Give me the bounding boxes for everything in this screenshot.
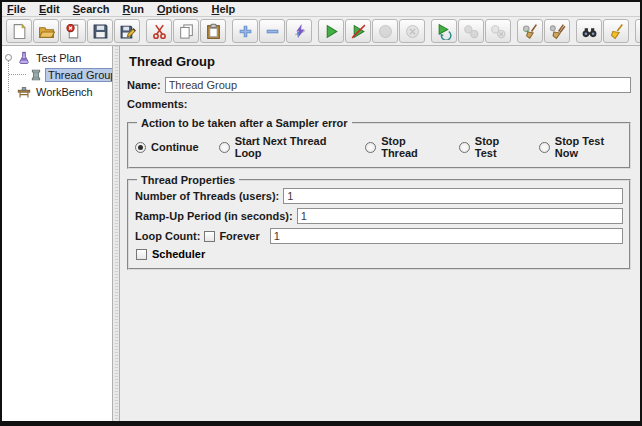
- remote-start-all-button[interactable]: [431, 19, 457, 43]
- minus-button[interactable]: [259, 19, 285, 43]
- start-no-pauses-button[interactable]: [345, 19, 371, 43]
- start-button[interactable]: [318, 19, 344, 43]
- close-button[interactable]: [60, 19, 86, 43]
- toolbar-group: [431, 19, 511, 43]
- radio-circle: [459, 142, 470, 153]
- scheduler-checkbox[interactable]: [136, 249, 147, 260]
- clear-all-button[interactable]: [544, 19, 570, 43]
- radio-continue[interactable]: Continue: [135, 135, 199, 159]
- thread-properties-group: Thread Properties Number of Threads (use…: [127, 174, 631, 270]
- search-reset-icon: [608, 23, 625, 40]
- shutdown-button: [399, 19, 425, 43]
- search-icon: [581, 23, 598, 40]
- thread-group-icon: [29, 68, 43, 82]
- toolbar-group: [6, 19, 140, 43]
- toolbar-group: [232, 19, 312, 43]
- paste-button[interactable]: [200, 19, 226, 43]
- start-icon: [323, 23, 340, 40]
- loop-count-input[interactable]: [270, 228, 623, 244]
- menubar: FileEditSearchRunOptionsHelp: [2, 2, 640, 17]
- toolbar-group: [146, 19, 226, 43]
- new-button[interactable]: [6, 19, 32, 43]
- cut-button[interactable]: [146, 19, 172, 43]
- search-button[interactable]: [576, 19, 602, 43]
- minus-icon: [264, 23, 281, 40]
- radio-stop-test[interactable]: Stop Test: [459, 135, 519, 159]
- menu-search[interactable]: Search: [73, 3, 110, 15]
- remote-start-all-icon: [436, 23, 453, 40]
- radio-circle: [539, 142, 550, 153]
- tree-item-workbench[interactable]: WorkBench: [2, 83, 112, 100]
- toggle-icon: [291, 23, 308, 40]
- num-threads-input[interactable]: [283, 188, 623, 204]
- toolbar-group: [576, 19, 629, 43]
- tree-item-test-plan[interactable]: Test Plan: [2, 49, 112, 66]
- workbench-icon: [17, 85, 31, 99]
- clear-icon: [522, 23, 539, 40]
- menu-run[interactable]: Run: [122, 3, 143, 15]
- radio-stop-test-now[interactable]: Stop Test Now: [539, 135, 623, 159]
- sampler-error-group-title: Action to be taken after a Sampler error: [137, 117, 352, 129]
- stop-icon: [377, 23, 394, 40]
- scheduler-label: Scheduler: [152, 248, 205, 260]
- comments-input[interactable]: [192, 96, 631, 112]
- comments-label: Comments:: [127, 98, 188, 110]
- sampler-error-options: ContinueStart Next Thread LoopStop Threa…: [135, 131, 623, 161]
- tree-item-thread-group[interactable]: Thread Group: [2, 66, 112, 83]
- num-threads-label: Number of Threads (users):: [135, 190, 279, 202]
- toolbar-group: ?: [635, 19, 642, 43]
- radio-label: Start Next Thread Loop: [235, 135, 345, 159]
- ramp-up-input[interactable]: [297, 208, 623, 224]
- cut-icon: [151, 23, 168, 40]
- new-icon: [11, 23, 28, 40]
- tree-item-label: WorkBench: [34, 86, 95, 98]
- remote-stop-all-button: [458, 19, 484, 43]
- radio-label: Continue: [151, 141, 199, 153]
- open-icon: [38, 23, 55, 40]
- loop-count-label: Loop Count:: [135, 230, 200, 242]
- radio-start-next-thread-loop[interactable]: Start Next Thread Loop: [219, 135, 345, 159]
- test-plan-icon: [17, 51, 31, 65]
- tree-item-label: Thread Group: [46, 69, 113, 81]
- menu-help[interactable]: Help: [211, 3, 235, 15]
- test-plan-tree: Test PlanThread GroupWorkBench: [2, 46, 113, 423]
- menu-file[interactable]: File: [7, 3, 26, 15]
- forever-label: Forever: [219, 230, 259, 242]
- close-icon: [65, 23, 82, 40]
- save-as-icon: [119, 23, 136, 40]
- tree-item-label: Test Plan: [34, 52, 83, 64]
- remote-stop-all-icon: [463, 23, 480, 40]
- open-button[interactable]: [33, 19, 59, 43]
- start-no-pauses-icon: [350, 23, 367, 40]
- copy-button[interactable]: [173, 19, 199, 43]
- thread-group-panel: Thread Group Name: Comments: Action to b…: [120, 46, 640, 423]
- save-button[interactable]: [87, 19, 113, 43]
- shutdown-icon: [404, 23, 421, 40]
- sampler-error-group: Action to be taken after a Sampler error…: [127, 117, 631, 169]
- remote-shutdown-all-button: [485, 19, 511, 43]
- radio-circle: [365, 142, 376, 153]
- search-reset-button[interactable]: [603, 19, 629, 43]
- ramp-up-label: Ramp-Up Period (in seconds):: [135, 210, 293, 222]
- save-as-button[interactable]: [114, 19, 140, 43]
- toolbar-group: [517, 19, 570, 43]
- name-input[interactable]: [165, 77, 631, 93]
- toolbar-group: [318, 19, 425, 43]
- radio-circle: [135, 142, 146, 153]
- radio-circle: [219, 142, 230, 153]
- toggle-button[interactable]: [286, 19, 312, 43]
- plus-icon: [237, 23, 254, 40]
- page-title: Thread Group: [129, 54, 631, 69]
- menu-edit[interactable]: Edit: [39, 3, 60, 15]
- function-helper-button[interactable]: [635, 19, 642, 43]
- radio-label: Stop Test: [475, 135, 519, 159]
- plus-button[interactable]: [232, 19, 258, 43]
- radio-stop-thread[interactable]: Stop Thread: [365, 135, 439, 159]
- name-label: Name:: [127, 79, 161, 91]
- forever-checkbox[interactable]: [204, 231, 215, 242]
- clear-button[interactable]: [517, 19, 543, 43]
- menu-options[interactable]: Options: [157, 3, 199, 15]
- stop-button: [372, 19, 398, 43]
- panel-splitter[interactable]: [113, 46, 120, 423]
- radio-label: Stop Test Now: [555, 135, 623, 159]
